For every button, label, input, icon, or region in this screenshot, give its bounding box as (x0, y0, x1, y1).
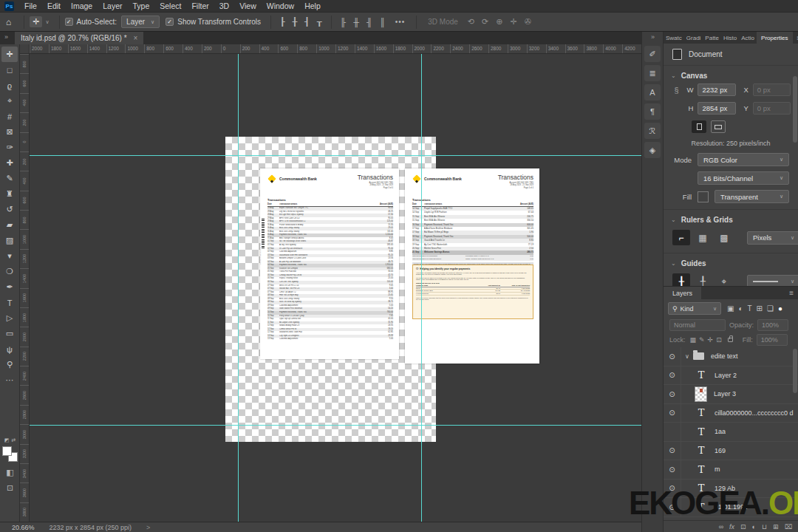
text-layer-thumbnail[interactable]: T (695, 405, 708, 420)
layer-name[interactable]: Layer 3 (714, 390, 736, 398)
canvas-area[interactable]: Statement 063 010 1045 7245 Commonwealth… (30, 54, 641, 522)
align-horizontal-centers-icon[interactable]: ╂ (293, 17, 298, 27)
filter-adjustment-layers-icon[interactable]: ◐ (737, 304, 744, 313)
filter-type-layers-icon[interactable]: T (746, 304, 754, 313)
panel-menu-icon[interactable]: ≡ (793, 32, 798, 44)
photoshop-logo[interactable]: Ps (4, 1, 14, 11)
text-layer-thumbnail[interactable]: T (695, 367, 708, 383)
toggle-guides-icon[interactable]: ╂ (672, 273, 690, 287)
3d-orbit-icon[interactable]: ⟲ (468, 17, 474, 27)
delete-layer-icon[interactable]: ⌧ (785, 523, 792, 531)
menu-item[interactable]: Edit (42, 0, 66, 13)
swap-colors-icon[interactable]: ⇄ (11, 437, 16, 443)
lock-artboard-icon[interactable]: ⊡ (715, 336, 723, 344)
group-chevron-icon[interactable]: ∨ (681, 353, 693, 360)
show-transform-checkbox[interactable]: ✓ (166, 18, 174, 26)
rulers-grids-section-header[interactable]: ⌄ Rulers & Grids (664, 210, 798, 228)
lasso-tool[interactable]: ϱ (1, 78, 18, 93)
frame-tool[interactable]: ⊠ (1, 124, 18, 140)
menu-item[interactable]: Window (262, 0, 299, 13)
fill-dropdown[interactable]: Transparent ∨ (715, 190, 789, 203)
3d-slide-icon[interactable]: ✛ (510, 17, 516, 27)
layer-row[interactable]: ⊙ ∨ T 1aa (664, 423, 798, 442)
distribute-left-edges-icon[interactable]: ╟ (341, 18, 347, 27)
filter-shape-layers-icon[interactable]: ⊞ (755, 304, 764, 313)
link-layers-icon[interactable]: ∞ (719, 523, 723, 531)
panel-tab[interactable]: Histo (721, 32, 739, 44)
lock-pixels-icon[interactable]: ✎ (698, 336, 706, 344)
path-selection-tool[interactable]: ▷ (1, 310, 18, 326)
libraries-panel-icon[interactable]: ◈ (644, 142, 661, 158)
layer-name[interactable]: Layer 2 (715, 372, 737, 379)
menu-item[interactable]: 3D (214, 0, 234, 13)
auto-select-target-dropdown[interactable]: Layer ∨ (121, 16, 160, 28)
clone-stamp-tool[interactable]: ♜ (1, 186, 18, 202)
filter-toggle-icon[interactable]: ● (777, 304, 784, 313)
layer-effects-icon[interactable]: fx (729, 523, 734, 531)
lock-guides-icon[interactable]: ╀ (694, 273, 712, 287)
height-input[interactable]: 2854 px (698, 102, 735, 115)
filter-pixel-layers-icon[interactable]: ▣ (726, 304, 735, 313)
vertical-guide[interactable] (421, 54, 422, 522)
toggle-rulers-icon[interactable]: ⌐ (672, 230, 690, 245)
adjustments-panel-icon[interactable]: ≣ (644, 65, 661, 81)
3d-roll-icon[interactable]: ⟳ (482, 17, 488, 27)
fill-swatch[interactable] (698, 191, 709, 202)
auto-select-checkbox[interactable]: ✓ (65, 18, 73, 26)
layer-name[interactable]: m (715, 466, 720, 473)
layer-row[interactable]: ⊙ ∨ T cilla0000000...cccccccc0 d (664, 404, 798, 423)
visibility-eye-icon[interactable]: ⊙ (664, 385, 681, 403)
text-layer-thumbnail[interactable]: T (695, 480, 708, 496)
panel-tab[interactable]: Actio (739, 32, 757, 44)
shape-tool[interactable]: ▭ (1, 326, 18, 341)
layer-row[interactable]: ⊙ ∨ T 129 Ab (664, 480, 798, 499)
new-adjustment-layer-icon[interactable]: ◐ (752, 523, 756, 531)
default-colors-icon[interactable]: ◩ (4, 437, 10, 443)
pen-tool[interactable]: ✒ (1, 279, 18, 295)
toolbar-overflow-icon[interactable]: » (4, 33, 7, 41)
move-tool-preset-icon[interactable]: ✛ (30, 16, 42, 27)
visibility-eye-icon[interactable]: ⊙ (664, 442, 681, 460)
portrait-orientation-button[interactable] (692, 120, 706, 133)
visibility-eye-icon[interactable]: ⊙ (664, 423, 681, 441)
layer-row[interactable]: ⊙ ∨ T 169 (664, 442, 798, 461)
menu-item[interactable]: Type (127, 0, 154, 13)
3d-pan-icon[interactable]: ⊕ (496, 17, 502, 27)
panel-tab-properties[interactable]: Properties (757, 32, 792, 44)
dodge-tool[interactable]: ❍ (1, 264, 18, 279)
blur-tool[interactable]: ▾ (1, 248, 18, 264)
horizontal-guide[interactable] (30, 155, 641, 156)
menu-item[interactable]: Layer (98, 0, 127, 13)
move-tool[interactable]: ✛ (1, 47, 18, 62)
visibility-eye-icon[interactable]: ⊙ (664, 480, 681, 498)
align-left-edges-icon[interactable]: ┠ (280, 17, 285, 27)
character-panel-icon[interactable]: A (644, 84, 661, 100)
width-input[interactable]: 2232 px (698, 83, 735, 96)
lock-position-icon[interactable]: ✛ (707, 336, 715, 344)
vertical-guide[interactable] (238, 54, 239, 522)
type-tool[interactable]: T (1, 295, 18, 310)
add-layer-mask-icon[interactable]: ⊡ (740, 523, 746, 531)
menu-item[interactable]: Filter (186, 0, 214, 13)
lock-all-icon[interactable] (728, 338, 733, 342)
units-dropdown[interactable]: Pixels ∨ (747, 231, 798, 245)
new-group-icon[interactable]: ⊔ (762, 523, 767, 531)
glyphs-panel-icon[interactable]: ℛ (644, 123, 661, 139)
paragraph-panel-icon[interactable]: ¶ (644, 103, 661, 120)
menu-item[interactable]: View (234, 0, 262, 13)
canvas-section-header[interactable]: ⌄ Canvas (664, 66, 798, 83)
link-dimensions-icon[interactable]: § (672, 86, 681, 95)
align-top-edges-icon[interactable]: ┰ (317, 17, 322, 27)
horizontal-ruler[interactable]: 2000180016001400120010008006004002000200… (20, 44, 641, 54)
landscape-orientation-button[interactable] (711, 120, 726, 133)
image-layer-thumbnail[interactable] (695, 386, 707, 402)
align-right-edges-icon[interactable]: ┨ (304, 17, 310, 27)
3d-camera-icon[interactable]: ✇ (525, 17, 531, 27)
edit-toolbar-icon[interactable]: ⋯ (1, 372, 18, 388)
eraser-tool[interactable]: ▰ (1, 217, 18, 233)
new-layer-icon[interactable]: ⊞ (773, 523, 779, 531)
distribute-vertical-icon[interactable]: ║ (380, 18, 386, 27)
close-icon[interactable]: × (134, 34, 138, 42)
filter-smart-objects-icon[interactable]: ❏ (765, 304, 775, 313)
zoom-tool[interactable]: ⚲ (1, 357, 18, 372)
